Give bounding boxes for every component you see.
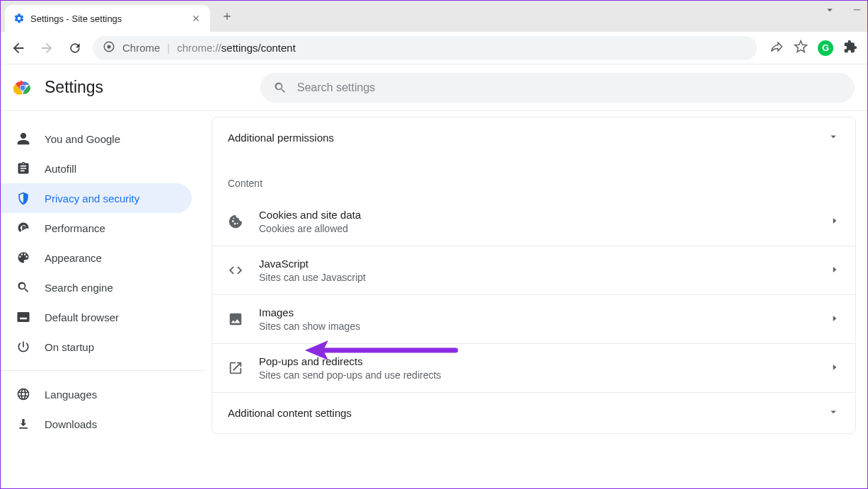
window-controls (823, 4, 863, 18)
row-images[interactable]: Images Sites can show images (212, 294, 855, 343)
row-popups[interactable]: Pop-ups and redirects Sites can send pop… (212, 343, 855, 392)
sidebar-item-label: Downloads (45, 418, 97, 430)
bookmark-icon[interactable] (794, 40, 808, 56)
site-info-icon[interactable] (103, 40, 115, 55)
sidebar-item-label: On startup (45, 341, 94, 353)
tab-title: Settings - Site settings (30, 13, 185, 24)
sidebar-item-label: Appearance (45, 252, 102, 264)
reload-button[interactable] (64, 38, 86, 59)
sidebar-item-label: Default browser (45, 311, 119, 323)
row-title: Additional content settings (228, 407, 827, 419)
forward-button[interactable] (36, 38, 57, 59)
sidebar-item-label: Search engine (45, 282, 113, 294)
svg-rect-9 (18, 313, 29, 315)
sidebar-item-search-engine[interactable]: Search engine (1, 272, 192, 302)
extensions-icon[interactable] (843, 40, 857, 56)
browser-tab[interactable]: Settings - Site settings (5, 5, 210, 32)
sidebar-item-performance[interactable]: Performance (1, 213, 192, 243)
chrome-logo-icon (13, 79, 32, 97)
row-title: Additional permissions (228, 132, 827, 144)
chevron-right-icon (830, 265, 840, 277)
row-subtitle: Sites can send pop-ups and use redirects (259, 369, 814, 381)
settings-search-input[interactable] (297, 81, 842, 94)
settings-header: Settings (1, 64, 867, 111)
chevron-right-icon (830, 216, 840, 228)
page-title: Settings (45, 78, 103, 97)
address-bar[interactable]: Chrome | chrome://settings/content (93, 36, 757, 60)
row-javascript[interactable]: JavaScript Sites can use Javascript (212, 246, 855, 294)
sidebar-item-autofill[interactable]: Autofill (1, 154, 192, 183)
search-icon (273, 81, 287, 95)
chevron-down-icon (827, 405, 840, 420)
row-title: JavaScript (259, 258, 814, 270)
chevron-down-icon (827, 130, 840, 145)
sidebar-item-on-startup[interactable]: On startup (1, 332, 192, 362)
url-path: chrome://settings/content (177, 42, 296, 54)
sidebar-item-privacy[interactable]: Privacy and security (1, 183, 192, 213)
row-title: Pop-ups and redirects (259, 355, 814, 367)
chevron-right-icon (830, 362, 840, 374)
popup-icon (228, 360, 243, 376)
row-subtitle: Cookies are allowed (259, 223, 814, 234)
row-subtitle: Sites can show images (259, 321, 814, 332)
sidebar-item-label: Languages (45, 389, 97, 401)
tab-strip: Settings - Site settings (1, 1, 867, 32)
sidebar-item-downloads[interactable]: Downloads (1, 409, 192, 439)
row-subtitle: Sites can use Javascript (259, 272, 814, 283)
row-additional-permissions[interactable]: Additional permissions (212, 117, 855, 158)
settings-search[interactable] (260, 73, 855, 103)
svg-point-7 (21, 85, 25, 90)
settings-sidebar[interactable]: You and Google Autofill Privacy and secu… (1, 111, 204, 488)
sidebar-item-label: Performance (45, 222, 105, 234)
sidebar-item-languages[interactable]: Languages (1, 379, 192, 409)
share-icon[interactable] (770, 40, 784, 56)
sidebar-item-label: Autofill (45, 163, 76, 175)
back-button[interactable] (8, 38, 29, 59)
code-icon (228, 263, 243, 278)
url-divider: | (167, 42, 170, 54)
browser-window: Settings - Site settings Chrome | chrome… (0, 0, 868, 489)
sidebar-item-label: Privacy and security (45, 192, 139, 205)
settings-gear-icon (13, 13, 25, 24)
window-dropdown-icon[interactable] (823, 4, 836, 18)
content-section-label: Content (212, 158, 855, 197)
image-icon (228, 311, 243, 327)
sidebar-item-default-browser[interactable]: Default browser (1, 302, 192, 332)
close-tab-button[interactable] (190, 13, 202, 24)
window-minimize-button[interactable] (852, 4, 863, 18)
sidebar-item-you-and-google[interactable]: You and Google (1, 124, 192, 154)
sidebar-divider (1, 370, 204, 371)
svg-rect-0 (854, 9, 860, 10)
new-tab-button[interactable] (217, 6, 237, 26)
sidebar-item-appearance[interactable]: Appearance (1, 243, 192, 272)
extension-grammarly-icon[interactable]: G (818, 40, 833, 56)
row-title: Cookies and site data (259, 209, 814, 221)
content-area[interactable]: Additional permissions Content Cookies a… (204, 111, 867, 488)
settings-card: Additional permissions Content Cookies a… (212, 117, 856, 434)
sidebar-item-label: You and Google (45, 133, 120, 145)
cookie-icon (228, 214, 243, 229)
browser-toolbar: Chrome | chrome://settings/content G (1, 32, 867, 64)
row-title: Images (259, 306, 814, 318)
chevron-right-icon (830, 313, 840, 326)
row-cookies[interactable]: Cookies and site data Cookies are allowe… (212, 197, 855, 246)
svg-point-2 (107, 45, 110, 48)
row-additional-content[interactable]: Additional content settings (212, 393, 855, 433)
url-host: Chrome (122, 42, 160, 54)
